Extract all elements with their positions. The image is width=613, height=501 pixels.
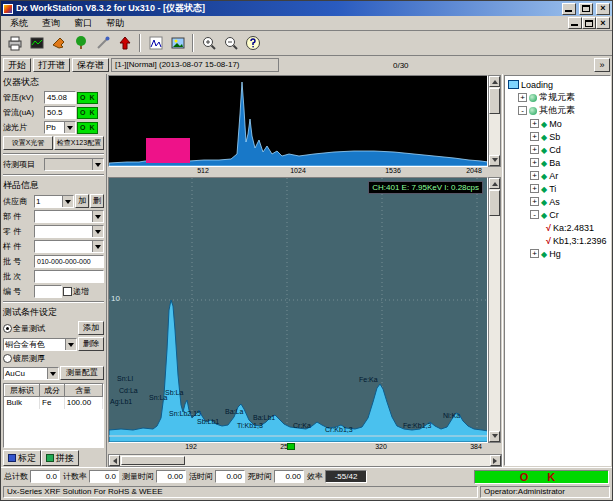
piece-select[interactable] [34, 240, 104, 253]
add-supplier-button[interactable]: 加 [75, 194, 89, 208]
tree-item-cr[interactable]: Cr [506, 208, 609, 221]
filter-select[interactable]: Pb [44, 121, 76, 134]
tree-icon[interactable] [70, 33, 91, 53]
scroll-thumb[interactable] [121, 456, 185, 465]
scroll-up-button[interactable] [489, 178, 500, 189]
coating-test-radio[interactable] [3, 354, 12, 363]
scroll-down-button[interactable] [489, 155, 500, 166]
delete-supplier-button[interactable]: 删 [90, 194, 104, 208]
menu-query[interactable]: 查询 [35, 16, 67, 31]
supplier-select[interactable]: 1 [34, 195, 74, 208]
overview-vscroll[interactable] [488, 75, 501, 167]
spectrum-icon[interactable] [145, 33, 166, 53]
expand-icon[interactable] [530, 119, 539, 128]
scroll-thumb[interactable] [489, 190, 500, 216]
close-button[interactable]: × [596, 3, 610, 15]
zoom-spectrum-plot[interactable]: CH:401 E: 7.95KeV I: 0.28cps 10 Sn:Ll Cd… [108, 177, 488, 443]
zoom-vscroll[interactable] [488, 177, 501, 443]
layer-row[interactable]: Bulk Fe 100.00 [5, 397, 103, 409]
expand-icon[interactable] [530, 132, 539, 141]
collapse-icon[interactable] [518, 106, 527, 115]
alloy-select[interactable]: 铜合金有色 [3, 338, 77, 351]
save-spectrum-button[interactable]: 保存谱 [72, 58, 109, 72]
scroll-down-button[interactable] [489, 431, 500, 442]
tube-voltage-value[interactable]: 45.08 [44, 91, 76, 104]
scroll-up-button[interactable] [489, 76, 500, 87]
tube-voltage-status: O K [77, 92, 98, 104]
open-spectrum-button[interactable]: 打开谱 [33, 58, 70, 72]
probe-icon[interactable] [92, 33, 113, 53]
serial-field[interactable] [34, 285, 62, 298]
check-x123-button[interactable]: 检查X123配置 [54, 136, 104, 150]
part-select[interactable] [34, 225, 104, 238]
tree-line-cr-ka[interactable]: Ka:2.4831 [506, 221, 609, 234]
expand-icon[interactable] [518, 93, 527, 102]
pending-items-select[interactable] [44, 158, 104, 171]
toolbar-overflow-button[interactable]: » [594, 58, 610, 72]
expand-icon[interactable] [530, 249, 539, 258]
tree-item-ar[interactable]: Ar [506, 169, 609, 182]
peak-label: Ba:Lb1 [253, 414, 275, 421]
help-icon[interactable] [242, 33, 263, 53]
expand-icon[interactable] [530, 158, 539, 167]
tree-item-as[interactable]: As [506, 195, 609, 208]
increment-checkbox[interactable] [63, 287, 72, 296]
tab-calibration[interactable]: 标定 [3, 450, 41, 466]
chevron-down-icon[interactable] [92, 226, 103, 237]
tree-item-ba[interactable]: Ba [506, 156, 609, 169]
collapse-icon[interactable] [530, 210, 539, 219]
chevron-down-icon[interactable] [92, 211, 103, 222]
menu-window[interactable]: 窗口 [67, 16, 99, 31]
expand-icon[interactable] [530, 184, 539, 193]
expand-icon[interactable] [530, 171, 539, 180]
child-restore-button[interactable] [582, 17, 596, 29]
overview-spectrum-plot[interactable] [108, 75, 488, 167]
zoom-out-icon[interactable] [220, 33, 241, 53]
chevron-down-icon[interactable] [64, 122, 75, 133]
tab-splice[interactable]: 拼接 [41, 450, 79, 466]
tree-item-sb[interactable]: Sb [506, 130, 609, 143]
start-button[interactable]: 开始 [3, 58, 31, 72]
zoom-in-icon[interactable] [198, 33, 219, 53]
expand-icon[interactable] [530, 145, 539, 154]
expand-icon[interactable] [530, 197, 539, 206]
child-minimize-button[interactable] [568, 17, 582, 29]
scroll-left-button[interactable] [109, 455, 120, 466]
chevron-down-icon[interactable] [65, 339, 76, 350]
set-tube-button[interactable]: 设置X光管 [3, 136, 53, 150]
component-select[interactable] [34, 210, 104, 223]
coating-select[interactable]: AuCu [3, 367, 59, 380]
tree-root[interactable]: Loading [506, 78, 609, 91]
menu-system[interactable]: 系统 [3, 16, 35, 31]
meter-icon[interactable] [26, 33, 47, 53]
image-icon[interactable] [167, 33, 188, 53]
tree-item-hg[interactable]: Hg [506, 247, 609, 260]
chart-hscroll[interactable] [108, 454, 502, 467]
batch-field[interactable] [34, 270, 104, 283]
tree-item-cd[interactable]: Cd [506, 143, 609, 156]
lot-field[interactable]: 010-000-000-000 [34, 255, 104, 268]
printer-icon[interactable] [4, 33, 25, 53]
tube-current-value[interactable]: 50.5 [44, 106, 76, 119]
chevron-down-icon[interactable] [92, 159, 103, 170]
minimize-button[interactable] [562, 3, 576, 15]
chevron-down-icon[interactable] [62, 196, 73, 207]
upload-icon[interactable] [114, 33, 135, 53]
scroll-thumb[interactable] [489, 88, 500, 114]
tree-group-regular[interactable]: 常规元素 [506, 91, 609, 104]
add-condition-button[interactable]: 添加 [78, 321, 104, 335]
delete-condition-button[interactable]: 删除 [78, 337, 104, 351]
child-close-button[interactable]: × [596, 17, 610, 29]
menu-help[interactable]: 帮助 [99, 16, 131, 31]
tree-item-mo[interactable]: Mo [506, 117, 609, 130]
measure-config-button[interactable]: 测量配置 [60, 366, 104, 380]
tree-item-ti[interactable]: Ti [506, 182, 609, 195]
chevron-down-icon[interactable] [47, 368, 58, 379]
chevron-down-icon[interactable] [92, 241, 103, 252]
scroll-right-button[interactable] [490, 455, 501, 466]
tree-line-cr-kb[interactable]: Kb1,3:1.2396 [506, 234, 609, 247]
full-test-radio[interactable] [3, 324, 12, 333]
xray-gun-icon[interactable] [48, 33, 69, 53]
tree-group-other[interactable]: 其他元素 [506, 104, 609, 117]
maximize-button[interactable] [579, 3, 593, 15]
